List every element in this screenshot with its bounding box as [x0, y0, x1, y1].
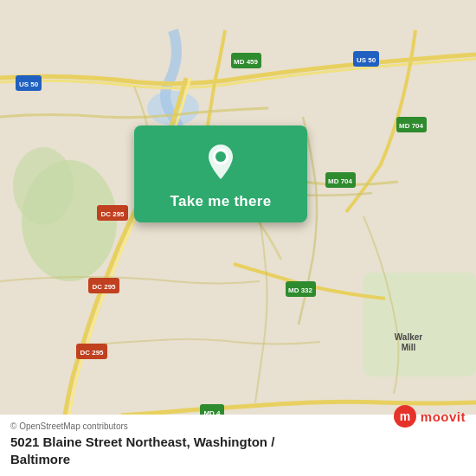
svg-text:Walker: Walker — [395, 332, 423, 342]
moovit-icon: m — [393, 404, 417, 428]
svg-text:MD 704: MD 704 — [399, 122, 424, 130]
take-me-there-button[interactable]: Take me there — [134, 125, 307, 222]
address-text: 5021 Blaine Street Northeast, Washington… — [10, 434, 466, 467]
moovit-text: moovit — [421, 409, 466, 424]
svg-text:MD 459: MD 459 — [234, 58, 259, 66]
address-line2: Baltimore — [10, 452, 70, 466]
svg-rect-2 — [363, 273, 476, 376]
map-container: US 50 US 50 MD 459 MD 704 MD 704 DC 295 … — [0, 0, 476, 476]
moovit-logo: m moovit — [393, 404, 466, 428]
svg-text:DC 295: DC 295 — [92, 283, 116, 291]
svg-point-26 — [215, 151, 226, 162]
svg-text:US 50: US 50 — [19, 80, 39, 88]
svg-text:DC 295: DC 295 — [100, 210, 125, 218]
svg-text:m: m — [400, 409, 410, 423]
take-me-there-label: Take me there — [170, 193, 272, 210]
address-line1: 5021 Blaine Street Northeast, Washington… — [10, 434, 274, 449]
location-pin-icon — [200, 141, 241, 183]
svg-text:MD 704: MD 704 — [328, 177, 353, 185]
svg-text:DC 295: DC 295 — [80, 349, 104, 357]
svg-text:US 50: US 50 — [357, 56, 376, 64]
svg-point-1 — [13, 147, 74, 225]
svg-text:Mill: Mill — [402, 343, 416, 352]
svg-text:MD 332: MD 332 — [288, 286, 313, 294]
